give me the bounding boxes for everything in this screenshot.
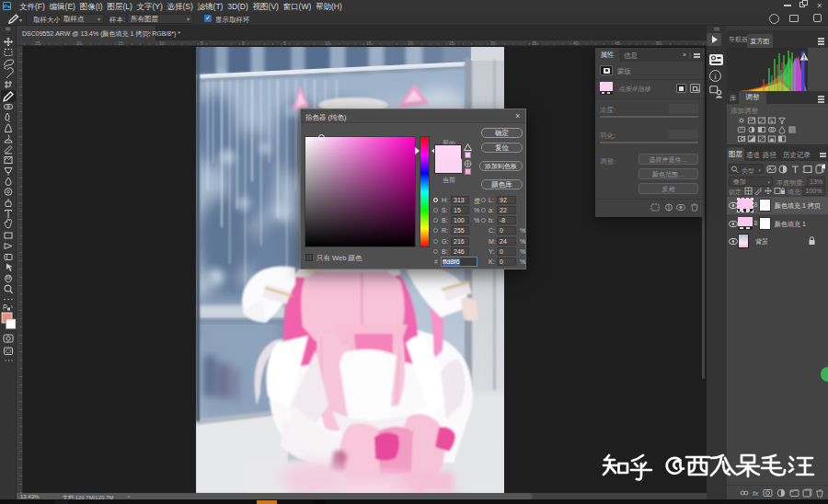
svg-text:fx: fx (753, 489, 759, 498)
